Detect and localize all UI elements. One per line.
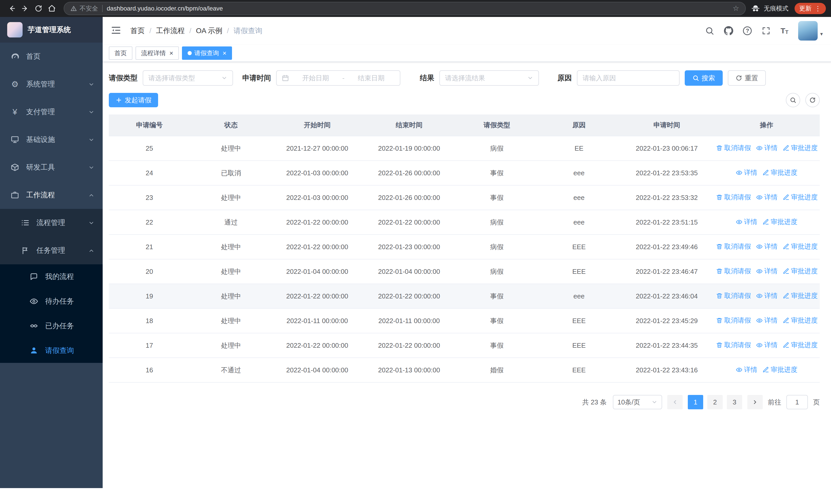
page-size-select[interactable]: 10条/页 xyxy=(613,395,662,409)
sidebar-item-leave-query[interactable]: 请假查询 xyxy=(0,338,103,363)
detail-link[interactable]: 详情 xyxy=(756,242,778,251)
security-badge[interactable]: 不安全 xyxy=(70,4,98,12)
row-actions: 详情审批进度 xyxy=(713,161,820,185)
detail-link[interactable]: 详情 xyxy=(756,144,778,152)
detail-link[interactable]: 详情 xyxy=(756,340,778,350)
app-logo[interactable]: 芋道管理系统 xyxy=(0,17,103,42)
refresh-table-button[interactable] xyxy=(805,93,820,107)
end-date-placeholder[interactable]: 结束日期 xyxy=(347,73,395,83)
reload-button[interactable] xyxy=(32,2,45,15)
sidebar-item-workflow[interactable]: 工作流程 xyxy=(0,181,103,209)
url-bar[interactable]: 不安全 dashboard.yudao.iocoder.cn/bpm/oa/le… xyxy=(64,2,746,15)
sidebar-item-process-mgmt[interactable]: 流程管理 xyxy=(0,209,103,237)
approval-progress-link[interactable]: 审批进度 xyxy=(783,144,818,152)
tab-leave-query[interactable]: 请假查询 × xyxy=(182,47,232,60)
avatar[interactable] xyxy=(798,21,818,40)
leave-type-select[interactable]: 请选择请假类型 xyxy=(143,70,233,86)
detail-link[interactable]: 详情 xyxy=(736,217,757,226)
detail-link[interactable]: 详情 xyxy=(756,193,778,202)
reason-input[interactable] xyxy=(582,74,674,82)
eye-icon xyxy=(29,297,38,306)
url-text[interactable]: dashboard.yudao.iocoder.cn/bpm/oa/leave xyxy=(107,5,728,12)
tab-process-detail[interactable]: 流程详情 × xyxy=(136,47,179,60)
row-actions: 取消请假详情审批进度 xyxy=(713,308,820,333)
detail-link[interactable]: 详情 xyxy=(756,267,778,276)
cancel-leave-link[interactable]: 取消请假 xyxy=(716,193,751,202)
page-button-1[interactable]: 1 xyxy=(688,395,703,409)
prev-page-button[interactable] xyxy=(667,395,683,409)
cancel-leave-link[interactable]: 取消请假 xyxy=(716,316,751,325)
detail-link[interactable]: 详情 xyxy=(736,365,757,374)
tab-close-icon[interactable]: × xyxy=(223,50,226,56)
edit-icon xyxy=(763,169,769,176)
reset-button[interactable]: 重置 xyxy=(728,70,766,86)
result-select[interactable]: 请选择流结果 xyxy=(439,70,539,86)
approval-progress-link[interactable]: 审批进度 xyxy=(763,365,797,374)
sidebar-item-payment[interactable]: ¥ 支付管理 xyxy=(0,98,103,126)
edit-icon xyxy=(783,243,790,250)
forward-button[interactable] xyxy=(19,2,32,15)
breadcrumb-item[interactable]: 首页 xyxy=(131,26,145,36)
sidebar-item-my-process[interactable]: 我的流程 xyxy=(0,264,103,289)
detail-link[interactable]: 详情 xyxy=(736,168,757,177)
github-icon[interactable] xyxy=(724,26,733,35)
cancel-leave-link[interactable]: 取消请假 xyxy=(716,340,751,350)
app-title: 芋道管理系统 xyxy=(28,25,71,35)
detail-link[interactable]: 详情 xyxy=(756,316,778,325)
approval-progress-link[interactable]: 审批进度 xyxy=(783,340,818,350)
box-icon xyxy=(10,163,20,172)
approval-progress-link[interactable]: 审批进度 xyxy=(763,168,797,177)
create-leave-button[interactable]: 发起请假 xyxy=(109,93,158,107)
browser-menu-icon[interactable]: ⋮ xyxy=(814,5,821,12)
sidebar-item-todo-tasks[interactable]: 待办任务 xyxy=(0,289,103,314)
page-button-3[interactable]: 3 xyxy=(727,395,742,409)
toggle-search-button[interactable] xyxy=(786,93,800,107)
start-date-placeholder[interactable]: 开始日期 xyxy=(292,73,339,83)
table-row: 22通过2022-01-22 00:00:002022-01-22 00:00:… xyxy=(109,210,820,235)
cancel-leave-link[interactable]: 取消请假 xyxy=(716,267,751,276)
sidebar-item-devtools[interactable]: 研发工具 xyxy=(0,153,103,181)
back-button[interactable] xyxy=(5,2,19,15)
approval-progress-link[interactable]: 审批进度 xyxy=(783,291,818,300)
monitor-icon xyxy=(10,135,20,144)
cancel-leave-link[interactable]: 取消请假 xyxy=(716,144,751,152)
approval-progress-link[interactable]: 审批进度 xyxy=(783,267,818,276)
fullscreen-icon[interactable] xyxy=(762,26,771,35)
sidebar-item-task-mgmt[interactable]: 任务管理 xyxy=(0,237,103,264)
sidebar-toggle-icon[interactable] xyxy=(111,25,122,36)
breadcrumb-item[interactable]: OA 示例 xyxy=(196,26,223,36)
breadcrumb-item[interactable]: 工作流程 xyxy=(156,26,185,36)
user-menu[interactable]: ▾ xyxy=(798,21,823,40)
bookmark-star-icon[interactable]: ☆ xyxy=(733,5,739,12)
sidebar-item-system[interactable]: ⚙ 系统管理 xyxy=(0,70,103,98)
sidebar-item-home[interactable]: 首页 xyxy=(0,42,103,70)
cancel-leave-link[interactable]: 取消请假 xyxy=(716,291,751,300)
reason-input-wrap xyxy=(577,70,680,86)
search-button[interactable]: 搜索 xyxy=(685,70,723,86)
approval-progress-link[interactable]: 审批进度 xyxy=(783,316,818,325)
approval-progress-link[interactable]: 审批进度 xyxy=(783,193,818,202)
next-page-button[interactable] xyxy=(747,395,763,409)
page-button-2[interactable]: 2 xyxy=(707,395,723,409)
approval-progress-link[interactable]: 审批进度 xyxy=(763,217,797,226)
pagination: 共 23 条 10条/页 123 前往 页 xyxy=(109,395,820,409)
apply-time-range-picker[interactable]: 开始日期 - 结束日期 xyxy=(276,70,400,86)
browser-update-button[interactable]: 更新 ⋮ xyxy=(795,3,826,14)
home-button[interactable] xyxy=(45,2,58,15)
row-actions: 取消请假详情审批进度 xyxy=(713,185,820,210)
search-icon[interactable] xyxy=(705,26,714,35)
sidebar-item-infra[interactable]: 基础设施 xyxy=(0,126,103,153)
goto-page-input[interactable] xyxy=(786,395,808,409)
row-actions: 取消请假详情审批进度 xyxy=(713,259,820,284)
edit-icon xyxy=(783,194,790,201)
tab-close-icon[interactable]: × xyxy=(169,50,173,56)
eye-icon xyxy=(756,243,763,250)
cancel-leave-link[interactable]: 取消请假 xyxy=(716,242,751,251)
tab-home[interactable]: 首页 xyxy=(109,47,133,60)
detail-link[interactable]: 详情 xyxy=(756,291,778,300)
sidebar-item-done-tasks[interactable]: 已办任务 xyxy=(0,314,103,338)
font-size-icon[interactable]: TT xyxy=(780,27,789,35)
help-icon[interactable]: ? xyxy=(743,26,752,35)
approval-progress-link[interactable]: 审批进度 xyxy=(783,242,818,251)
tags-view-bar: 首页 流程详情 × 请假查询 × xyxy=(103,45,831,62)
